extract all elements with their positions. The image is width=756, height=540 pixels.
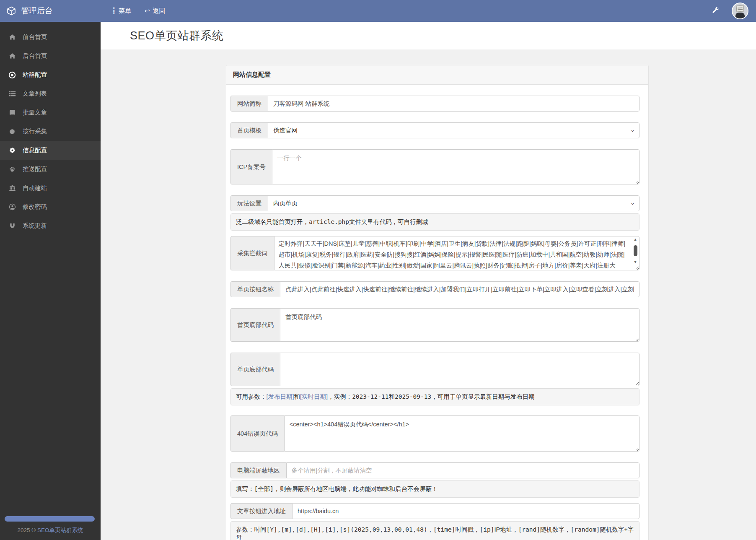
scroll-up-icon[interactable]: ▲ bbox=[634, 237, 637, 241]
row-404-code: 404错误页代码 <center><h1>404错误页代码</center></… bbox=[230, 415, 639, 452]
bank-icon bbox=[8, 184, 16, 192]
row-article-url: 文章按钮进入地址 bbox=[230, 503, 639, 519]
sidebar-footer: 2025 © SEO单页站群系统 bbox=[0, 516, 101, 534]
sidebar-item-change-password[interactable]: 修改密码 bbox=[0, 197, 101, 216]
gear-icon bbox=[8, 147, 16, 154]
sidebar-scrollbar[interactable] bbox=[5, 516, 95, 522]
error404-textarea[interactable]: <center><h1>404错误页代码</center></h1> bbox=[284, 415, 639, 452]
row-play-mode: 玩法设置 内页单页 ⌄ bbox=[230, 195, 639, 211]
content-header: SEO单页站群系统 bbox=[101, 22, 756, 49]
row-button-names: 单页按钮名称 bbox=[230, 281, 639, 297]
home-footer-code-label: 首页底部代码 bbox=[230, 308, 280, 342]
card-header: 网站信息配置 bbox=[226, 65, 648, 85]
sidebar-item-site-cluster-config[interactable]: 站群配置 bbox=[0, 65, 101, 84]
badge-icon bbox=[8, 128, 16, 135]
brand-title: 管理后台 bbox=[21, 5, 53, 16]
block-words-label: 采集拦截词 bbox=[230, 236, 274, 270]
site-name-input[interactable] bbox=[268, 96, 639, 112]
home-icon bbox=[8, 52, 16, 60]
sidebar-item-info-config[interactable]: 信息配置 bbox=[0, 141, 101, 160]
icp-label: ICP备案号 bbox=[230, 149, 272, 184]
home-icon bbox=[8, 34, 16, 41]
scroll-down-icon[interactable]: ▼ bbox=[634, 260, 637, 264]
article-url-label: 文章按钮进入地址 bbox=[230, 503, 292, 519]
list-icon bbox=[8, 90, 16, 97]
sidebar: 前台首页 后台首页 站群配置 文章列表 bbox=[0, 22, 101, 540]
home-template-label: 首页模板 bbox=[230, 122, 268, 138]
button-names-input[interactable] bbox=[280, 281, 639, 297]
error404-label: 404错误页代码 bbox=[230, 415, 284, 452]
textarea-scrollbar[interactable]: ▲ ▼ bbox=[632, 237, 639, 265]
back-button[interactable]: ↩ 返回 bbox=[139, 0, 171, 22]
sidebar-menu: 前台首页 后台首页 站群配置 文章列表 bbox=[0, 22, 101, 235]
article-url-input[interactable] bbox=[292, 503, 639, 519]
row-pc-block: 电脑端屏蔽地区 bbox=[230, 462, 639, 478]
play-mode-label: 玩法设置 bbox=[230, 195, 268, 211]
home-template-select[interactable]: 伪造官网 bbox=[268, 122, 639, 138]
sidebar-item-row-collect[interactable]: 按行采集 bbox=[0, 122, 101, 141]
page-footer-code-textarea[interactable] bbox=[280, 353, 639, 386]
sidebar-item-system-update[interactable]: 系统更新 bbox=[0, 216, 101, 235]
row-home-template: 首页模板 伪造官网 ⌄ bbox=[230, 122, 639, 138]
topbar-right bbox=[712, 0, 756, 22]
user-avatar[interactable] bbox=[732, 3, 748, 19]
home-footer-code-textarea[interactable]: 首页底部代码 bbox=[280, 308, 639, 342]
date-params-help: 可用参数：[发布日期]和[实时日期]，实例：2023-12-11和2025-09… bbox=[230, 388, 639, 405]
brand[interactable]: 管理后台 bbox=[0, 0, 101, 22]
sidebar-item-front-home[interactable]: 前台首页 bbox=[0, 28, 101, 47]
topbar: 管理后台 ┇ 菜单 ↩ 返回 bbox=[0, 0, 756, 22]
sidebar-item-auto-build[interactable]: 自动建站 bbox=[0, 179, 101, 197]
row-site-name: 网站简称 bbox=[230, 96, 639, 112]
sidebar-item-admin-home[interactable]: 后台首页 bbox=[0, 47, 101, 65]
pc-block-input[interactable] bbox=[286, 462, 640, 478]
content-body: 网站信息配置 网站简称 首页模板 伪造官网 ⌄ bbox=[101, 49, 756, 540]
sidebar-item-batch-articles[interactable]: 批量文章 bbox=[0, 103, 101, 122]
row-block-words: 采集拦截词 定时炸弹|天天干|DNS|床垫|儿童|慈善|中职|机车|印刷|中学|… bbox=[230, 236, 639, 270]
row-home-footer-code: 首页底部代码 首页底部代码 bbox=[230, 308, 639, 342]
content: SEO单页站群系统 网站信息配置 网站简称 首页模板 伪造官网 ⌄ bbox=[101, 22, 756, 540]
topnav: ┇ 菜单 ↩ 返回 bbox=[101, 0, 171, 22]
wrench-icon[interactable] bbox=[712, 6, 720, 16]
icp-textarea[interactable] bbox=[272, 149, 639, 184]
copyright-link[interactable]: SEO单页站群系统 bbox=[37, 527, 83, 533]
publish-date-link[interactable]: [发布日期] bbox=[267, 393, 294, 400]
button-names-label: 单页按钮名称 bbox=[230, 281, 280, 297]
back-arrow-icon: ↩ bbox=[145, 7, 150, 15]
book-icon bbox=[8, 109, 16, 116]
sidebar-item-article-list[interactable]: 文章列表 bbox=[0, 84, 101, 103]
scrollbar-thumb[interactable] bbox=[634, 245, 637, 256]
card-body: 网站简称 首页模板 伪造官网 ⌄ ICP备案号 bbox=[226, 85, 648, 540]
realtime-date-link[interactable]: [实时日期] bbox=[300, 393, 328, 400]
menu-toggle-button[interactable]: ┇ 菜单 bbox=[106, 0, 137, 22]
row-icp: ICP备案号 bbox=[230, 149, 639, 184]
page-title: SEO单页站群系统 bbox=[130, 28, 224, 43]
copyright: 2025 © SEO单页站群系统 bbox=[0, 527, 101, 534]
cube-logo-icon bbox=[6, 6, 16, 16]
row-page-footer-code: 单页底部代码 bbox=[230, 353, 639, 386]
site-name-label: 网站简称 bbox=[230, 96, 268, 112]
block-words-textarea[interactable]: 定时炸弹|天天干|DNS|床垫|儿童|慈善|中职|机车|印刷|中学|酒店|卫生|… bbox=[274, 236, 640, 270]
url-params-help: 参数：时间[Y],[m],[d],[H],[i],[s](2025,09,13,… bbox=[230, 521, 639, 540]
menu-bars-icon: ┇ bbox=[112, 7, 116, 15]
paw-icon bbox=[8, 166, 16, 173]
sidebar-item-push-config[interactable]: 推送配置 bbox=[0, 160, 101, 179]
site-info-card: 网站信息配置 网站简称 首页模板 伪造官网 ⌄ bbox=[226, 65, 649, 540]
pc-block-help: 填写：[全部]，则会屏蔽所有地区电脑端，此功能对蜘蛛和后台不会屏蔽！ bbox=[230, 480, 639, 498]
page-footer-code-label: 单页底部代码 bbox=[230, 353, 280, 386]
update-icon bbox=[8, 223, 16, 229]
chrome-icon bbox=[8, 71, 16, 79]
play-mode-help: 泛二级域名只能首页打开，article.php文件夹里有代码，可自行删减 bbox=[230, 213, 639, 231]
pc-block-label: 电脑端屏蔽地区 bbox=[230, 462, 286, 478]
play-mode-select[interactable]: 内页单页 bbox=[268, 195, 639, 211]
user-icon bbox=[8, 203, 16, 210]
